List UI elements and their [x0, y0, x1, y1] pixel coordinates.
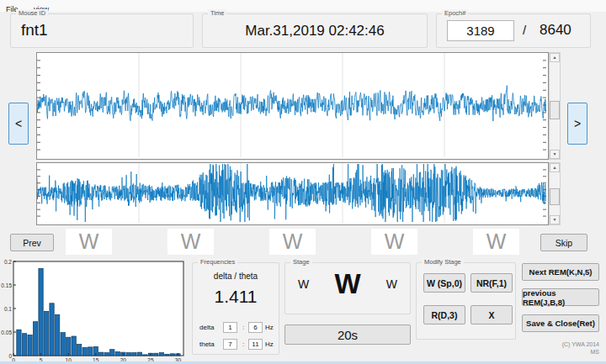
svg-text:0.1: 0.1 [4, 306, 12, 312]
delta-theta-ratio-value: 1.411 [193, 287, 279, 307]
frequencies-label: Frequencies [198, 258, 237, 266]
epoch-stage-box-2: W [167, 229, 214, 255]
modify-stage-label: Modify Stage [422, 258, 464, 266]
skip-button[interactable]: Skip [540, 234, 587, 251]
copyright-text: (C) YWA 2014 MS [562, 340, 599, 356]
stage-wake-button[interactable]: W (Sp,0) [423, 273, 465, 293]
scroll-up-icon[interactable]: ▲ [550, 163, 560, 172]
frequencies-groupbox: Frequencies delta / theta 1.411 delta 1 … [192, 262, 279, 355]
delta-label: delta [199, 324, 214, 331]
epoch-stage-box-5: W [473, 229, 519, 255]
frequency-histogram: 00.050.10.150.2051015202530 [0, 259, 190, 364]
stage-prev-value: W [298, 277, 309, 291]
sleep-scoring-app-window: File view Mouse ID fnt1 Time Mar.31,2019… [0, 0, 606, 364]
emg-plot [36, 162, 549, 225]
time-label: Time [208, 9, 226, 18]
mouse-id-value: fnt1 [21, 21, 48, 40]
epoch-groupbox: Epoch# 3189 / 8640 [436, 13, 591, 48]
mouse-id-label: Mouse ID [16, 9, 48, 18]
epoch-stage-box-3: W [269, 229, 316, 255]
next-epoch-arrow-button[interactable]: > [567, 103, 587, 145]
delta-to-input[interactable]: 6 [248, 322, 263, 333]
epoch-separator: / [523, 23, 526, 37]
copyright-line: (C) YWA 2014 [562, 340, 599, 348]
theta-to-input[interactable]: 11 [248, 339, 263, 350]
eeg-scrollbar-thumb[interactable] [550, 101, 560, 119]
scroll-down-icon[interactable]: ▼ [550, 215, 560, 224]
prev-epoch-arrow-button[interactable]: < [8, 103, 29, 145]
theta-unit: Hz [265, 340, 274, 348]
save-close-button[interactable]: Save & Close(Ret) [522, 314, 599, 332]
theta-band-row: theta 7 : 11 Hz [193, 339, 279, 350]
stage-x-button[interactable]: X [470, 305, 513, 324]
stage-next-value: W [386, 277, 397, 291]
eeg-scrollbar[interactable]: ▲ ▼ [549, 52, 561, 160]
mouse-id-groupbox: Mouse ID fnt1 [10, 13, 194, 48]
svg-text:0.05: 0.05 [1, 330, 12, 335]
epoch-duration-button[interactable]: 20s [284, 324, 411, 345]
emg-scrollbar[interactable]: ▲ ▼ [549, 162, 561, 225]
prev-button[interactable]: Prev [10, 234, 54, 251]
previous-rem-button[interactable]: previous REM(J,B,8) [522, 288, 599, 306]
time-groupbox: Time Mar.31,2019 02:42:46 [202, 13, 428, 48]
delta-theta-ratio-label: delta / theta [193, 272, 279, 281]
emg-scrollbar-thumb[interactable] [550, 188, 560, 205]
copyright-initials: MS [562, 348, 599, 356]
delta-from-input[interactable]: 1 [223, 322, 237, 333]
stage-groupbox: Stage W W W [284, 262, 411, 314]
stage-current-value: W [334, 268, 360, 300]
delta-unit: Hz [265, 324, 274, 331]
scroll-up-icon[interactable]: ▲ [550, 53, 560, 62]
scroll-down-icon[interactable]: ▼ [550, 150, 560, 159]
svg-text:0.15: 0.15 [1, 282, 12, 288]
theta-separator: : [242, 340, 244, 348]
epoch-total: 8640 [540, 22, 571, 39]
epoch-label: Epoch# [442, 9, 468, 18]
delta-separator: : [242, 324, 244, 331]
stage-rem-button[interactable]: R(D,3) [423, 305, 465, 324]
epoch-stage-box-4: W [371, 229, 417, 255]
stage-label: Stage [290, 258, 312, 266]
next-rem-button[interactable]: Next REM(K,N,5) [522, 263, 599, 281]
epoch-stage-box-1: W [66, 229, 112, 255]
theta-label: theta [199, 340, 215, 348]
epoch-current-input[interactable]: 3189 [447, 20, 514, 41]
time-value: Mar.31,2019 02:42:46 [203, 23, 427, 40]
stage-nrem-button[interactable]: NR(F,1) [470, 273, 513, 293]
theta-from-input[interactable]: 7 [223, 339, 237, 350]
delta-band-row: delta 1 : 6 Hz [193, 322, 279, 333]
svg-text:0.2: 0.2 [4, 259, 12, 265]
modify-stage-groupbox: Modify Stage W (Sp,0) NR(F,1) R(D,3) X [416, 262, 516, 340]
eeg-plot [36, 52, 549, 160]
menu-bar: File view [0, 0, 606, 12]
